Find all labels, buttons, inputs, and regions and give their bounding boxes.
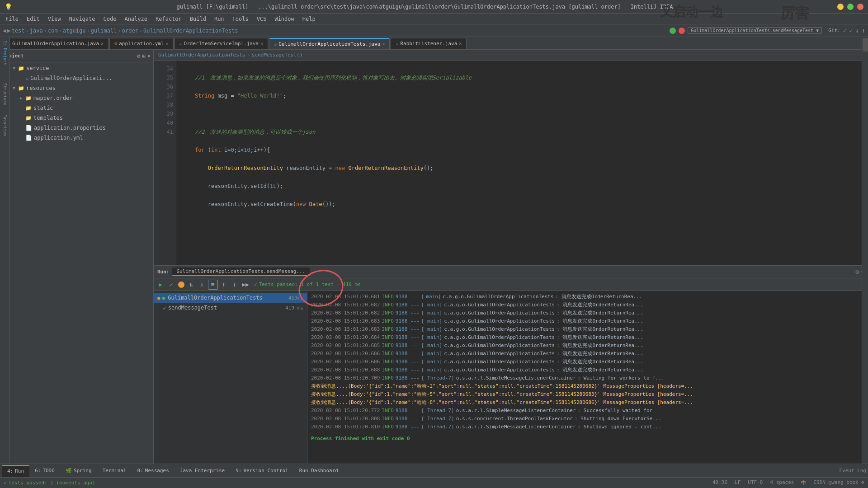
run-tab[interactable]: GulimallOrderApplicationTests.sendMessag… — [172, 267, 310, 276]
maximize-button[interactable] — [847, 4, 854, 10]
nav-atguigu[interactable]: atguigu — [63, 28, 86, 34]
run-more-button[interactable]: ▶▶ — [241, 280, 250, 290]
bottom-tab-terminal[interactable]: Terminal — [97, 465, 132, 477]
nav-java[interactable]: java — [30, 28, 43, 34]
bottom-tab-java-enterprise[interactable]: Java Enterprise — [175, 465, 230, 477]
tree-service[interactable]: ▼ 📁 service — [0, 63, 153, 73]
tree-templates[interactable]: 📁 templates — [0, 113, 153, 123]
bottom-tab-messages[interactable]: 0: Messages — [132, 465, 175, 477]
menu-vcs[interactable]: VCS — [253, 15, 270, 23]
tab-close[interactable]: × — [459, 41, 462, 46]
nav-test[interactable]: test — [12, 28, 25, 34]
run-content: ● ● GulimallOrderApplicationTests 419ms … — [154, 291, 868, 464]
minimize-button[interactable] — [837, 4, 844, 10]
menu-run[interactable]: Run — [211, 15, 228, 23]
tab-num: 4: — [7, 468, 13, 474]
run-toolbar: ▶ ✓ ● ⇅ ↕ ≡ ↑ ↓ ▶▶ ✓ Tests passed: 1 of … — [154, 278, 868, 291]
run-up-button[interactable]: ↑ — [219, 280, 229, 290]
menu-refactor[interactable]: Refactor — [152, 15, 185, 23]
tab-close[interactable]: × — [382, 42, 385, 47]
stop-button[interactable] — [679, 28, 685, 34]
scrollbar-thumb[interactable] — [863, 38, 868, 52]
nav-class[interactable]: GulimallOrderApplicationTests — [143, 28, 238, 34]
structure-panel-tab[interactable]: Structure — [3, 81, 7, 107]
log-receive-1: 接收到消息....(Body:'{"id":1,"name":"哈哈-2","s… — [311, 382, 864, 390]
nav-back-icon[interactable]: ◀ — [3, 27, 6, 34]
run-filter-button[interactable]: ≡ — [208, 280, 218, 290]
bottom-tab-todo[interactable]: 6: TODO — [29, 465, 60, 477]
run-settings-icon[interactable]: ⚙ — [855, 268, 859, 275]
project-panel-tab[interactable]: 1: Project — [3, 39, 7, 67]
menu-view[interactable]: View — [44, 15, 65, 23]
tree-static[interactable]: 📁 static — [0, 103, 153, 113]
bottom-tab-run-dashboard[interactable]: Run Dashboard — [294, 465, 344, 477]
code-class-breadcrumb[interactable]: GulimallOrderApplicationTests — [158, 52, 245, 58]
tab-gulimall-tests[interactable]: ☕ GulimallOrderApplicationTests.java × — [269, 38, 390, 49]
tab-bar: ☕ GulimallOrderApplication.java × ⚙ appl… — [0, 37, 868, 50]
menu-file[interactable]: File — [2, 15, 22, 23]
log-area[interactable]: 2020-02-08 15:01:20.681 INFO 9188 --- [ … — [307, 291, 868, 464]
menu-window[interactable]: Window — [271, 15, 297, 23]
tree-mapper-order[interactable]: ▶ 📁 mapper.order — [0, 93, 153, 103]
sidebar-expand-icon[interactable]: ⊞ — [142, 53, 146, 59]
run-sort2-button[interactable]: ↕ — [197, 280, 207, 290]
bottom-tab-spring[interactable]: 🌿 Spring — [60, 465, 97, 477]
run-rerun-button[interactable]: ● — [178, 282, 184, 288]
git-push[interactable]: ↑ — [862, 27, 865, 34]
test-status-text: Tests passed: 1 of 1 test – 419 ms — [259, 282, 361, 287]
tree-item-label: application.yml — [34, 135, 83, 141]
tab-close[interactable]: × — [260, 41, 263, 46]
tab-rabbit-listener[interactable]: ☕ RabbitListener.java × — [391, 38, 467, 49]
run-check-button[interactable]: ✓ — [166, 280, 176, 290]
menu-code[interactable]: Code — [100, 15, 120, 23]
log-line: 2020-02-08 15:01:20.682 INFO 9188 --- [ … — [311, 309, 864, 317]
run-again-button[interactable]: ▶ — [156, 280, 165, 290]
tab-gulimall-order-app[interactable]: ☕ GulimallOrderApplication.java × — [3, 38, 108, 49]
test-method-item[interactable]: ✓ sendMessageTest 419 ms — [154, 303, 307, 313]
code-editor[interactable]: 34 35 36 37 38 39 40 41 //1、发送消息，如果发送的消息… — [154, 61, 868, 265]
tab-close[interactable]: × — [101, 41, 104, 46]
bottom-tab-version-control[interactable]: 9: Version Control — [230, 465, 294, 477]
menu-build[interactable]: Build — [186, 15, 210, 23]
run-down-button[interactable]: ↓ — [230, 280, 240, 290]
run-button[interactable] — [670, 28, 676, 34]
close-button[interactable] — [857, 4, 863, 10]
tree-app-properties[interactable]: 📄 application.properties — [0, 123, 153, 133]
run-sort-button[interactable]: ⇅ — [186, 280, 196, 290]
spring-icon: 🌿 — [66, 468, 72, 474]
test-suite-item[interactable]: ● ● GulimallOrderApplicationTests 419ms — [154, 293, 307, 303]
nav-forward-icon[interactable]: ▶ — [7, 27, 11, 34]
menu-tools[interactable]: Tools — [229, 15, 252, 23]
tree-gulimall-app[interactable]: ☕ GulimallOrderApplicati... — [0, 73, 153, 83]
nav-bar: ◀ ▶ test › java › com › atguigu › gulima… — [0, 24, 868, 37]
menu-analyze[interactable]: Analyze — [121, 15, 151, 23]
tree-resources[interactable]: ▼ 📁 resources — [0, 83, 153, 93]
tree-item-label: templates — [33, 115, 63, 121]
sidebar-close-icon[interactable]: × — [147, 53, 151, 59]
menu-navigate[interactable]: Navigate — [66, 15, 99, 23]
git-check2: ✓ — [849, 27, 853, 34]
run-config-selector[interactable]: GulimallOrderApplicationTests.sendMessag… — [688, 27, 822, 34]
test-run-icon: ● — [157, 295, 160, 301]
menu-help[interactable]: Help — [299, 15, 319, 23]
tab-order-service-impl[interactable]: ☕ OrderItemServiceImpl.java × — [175, 38, 269, 49]
nav-com[interactable]: com — [48, 28, 58, 34]
tab-app-yml[interactable]: ⚙ application.yml × — [109, 38, 173, 49]
event-log-link[interactable]: Event Log — [839, 468, 866, 474]
code-breadcrumb-bar: GulimallOrderApplicationTests › sendMess… — [154, 50, 868, 61]
sidebar-settings-icon[interactable]: ⚙ — [137, 53, 140, 59]
code-method-breadcrumb[interactable]: sendMessageTest() — [252, 52, 303, 58]
bottom-tab-run[interactable]: 4: Run — [2, 465, 29, 477]
yaml-icon: ⚙ — [114, 41, 117, 46]
favorites-panel-tab[interactable]: Favorites — [3, 113, 7, 138]
tab-close[interactable]: × — [166, 41, 169, 46]
nav-order[interactable]: order — [122, 28, 138, 34]
tree-app-yml[interactable]: 📄 application.yml — [0, 133, 153, 143]
tab-label: RabbitListener.java — [400, 41, 457, 47]
git-update[interactable]: ↓ — [855, 27, 859, 34]
nav-gulimall[interactable]: gulimall — [91, 28, 117, 34]
right-scrollbar-area — [862, 37, 868, 464]
menu-edit[interactable]: Edit — [23, 15, 43, 23]
menu-bar: File Edit View Navigate Code Analyze Ref… — [0, 14, 868, 24]
folder-icon: 📁 — [25, 95, 32, 101]
